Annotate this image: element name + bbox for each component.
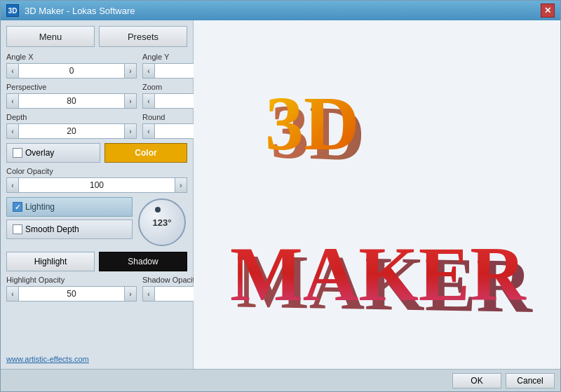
overlay-label: Overlay	[25, 148, 54, 158]
lighting-controls: ✓ Lighting Smooth Depth	[6, 197, 133, 239]
ok-button[interactable]: OK	[452, 373, 501, 388]
perspective-label: Perspective	[6, 83, 137, 91]
perspective-zoom-row: Perspective ‹ › Zoom ‹ ›	[6, 83, 187, 109]
right-arrow-icon5: ›	[129, 128, 131, 135]
3d-text-preview: 3D 3D MAKER MAKER	[209, 41, 546, 349]
checkmark-icon: ✓	[15, 203, 20, 211]
top-buttons: Menu Presets	[6, 26, 187, 47]
zoom-dec[interactable]: ‹	[142, 93, 155, 109]
left-arrow-icon3: ‹	[11, 97, 13, 105]
angle-x-input[interactable]	[19, 63, 124, 79]
cancel-button[interactable]: Cancel	[506, 373, 555, 388]
left-arrow-icon4: ‹	[147, 97, 149, 105]
depth-spinner: ‹ ›	[6, 123, 137, 139]
app-icon: 3D	[6, 4, 19, 17]
menu-button[interactable]: Menu	[6, 26, 95, 47]
highlight-opacity-spinner: ‹ ›	[6, 286, 137, 302]
highlight-button[interactable]: Highlight	[6, 252, 95, 271]
shadow-button[interactable]: Shadow	[99, 252, 187, 271]
left-arrow-icon2: ‹	[147, 67, 149, 75]
angle-x-section: Angle X ‹ ›	[6, 53, 137, 79]
left-arrow-icon: ‹	[11, 67, 13, 75]
title-bar: 3D 3D Maker - Lokas Software ✕	[1, 1, 560, 20]
perspective-spinner: ‹ ›	[6, 93, 137, 109]
color-opacity-label: Color Opacity	[6, 167, 187, 175]
perspective-inc[interactable]: ›	[124, 93, 137, 109]
perspective-section: Perspective ‹ ›	[6, 83, 137, 109]
left-arrow-icon6: ‹	[147, 128, 149, 135]
right-arrow-icon8: ›	[129, 290, 131, 298]
color-opacity-dec[interactable]: ‹	[6, 177, 19, 193]
depth-label: Depth	[6, 113, 137, 121]
depth-dec[interactable]: ‹	[6, 123, 19, 139]
overlay-button[interactable]: Overlay	[6, 143, 100, 163]
angle-x-spinner: ‹ ›	[6, 63, 137, 79]
depth-round-row: Depth ‹ › Round ‹ ›	[6, 113, 187, 139]
right-arrow-icon7: ›	[180, 182, 182, 189]
depth-section: Depth ‹ ›	[6, 113, 137, 139]
angle-row: Angle X ‹ › Angle Y ‹ ›	[6, 53, 187, 79]
highlight-opacity-label: Highlight Opacity	[6, 276, 137, 284]
bottom-bar: OK Cancel	[1, 369, 560, 391]
right-arrow-icon: ›	[129, 67, 131, 75]
smooth-depth-button[interactable]: Smooth Depth	[6, 219, 133, 239]
lighting-button[interactable]: ✓ Lighting	[6, 197, 133, 217]
angle-x-dec[interactable]: ‹	[6, 63, 19, 79]
color-opacity-section: Color Opacity ‹ ›	[6, 167, 187, 193]
close-icon: ✕	[544, 6, 551, 15]
color-opacity-input[interactable]	[19, 177, 175, 193]
svg-text:MAKER: MAKER	[230, 231, 527, 317]
title-text: 3D Maker - Lokas Software	[25, 6, 535, 16]
left-arrow-icon8: ‹	[11, 290, 13, 298]
dial-value: 123°	[153, 217, 172, 228]
smooth-depth-label: Smooth Depth	[25, 224, 79, 234]
shadow-opacity-dec[interactable]: ‹	[142, 286, 155, 302]
icon-text: 3D	[8, 7, 18, 15]
right-arrow-icon3: ›	[129, 97, 131, 105]
dial-container[interactable]: 123°	[137, 197, 187, 248]
highlight-opacity-inc[interactable]: ›	[124, 286, 137, 302]
highlight-shadow-row: Highlight Shadow	[6, 252, 187, 271]
main-window: 3D 3D Maker - Lokas Software ✕ Menu Pres…	[0, 0, 561, 392]
highlight-opacity-section: Highlight Opacity ‹ ›	[6, 276, 137, 302]
perspective-dec[interactable]: ‹	[6, 93, 19, 109]
color-opacity-inc[interactable]: ›	[175, 177, 187, 193]
lighting-dial[interactable]: 123°	[138, 198, 186, 246]
opacity-row: Highlight Opacity ‹ › Shadow Opacity ‹ ›	[6, 276, 187, 302]
overlay-checkbox[interactable]	[13, 148, 22, 158]
round-dec[interactable]: ‹	[142, 123, 155, 139]
lighting-checkbox[interactable]: ✓	[13, 202, 22, 212]
lighting-label: Lighting	[25, 202, 55, 212]
smooth-depth-checkbox[interactable]	[13, 224, 22, 234]
website-link[interactable]: www.artistic-effects.com	[6, 355, 187, 363]
lighting-row: ✓ Lighting Smooth Depth 123°	[6, 197, 187, 248]
presets-button[interactable]: Presets	[99, 26, 187, 47]
angle-x-label: Angle X	[6, 53, 137, 61]
perspective-input[interactable]	[19, 93, 124, 109]
svg-text:3D: 3D	[265, 81, 359, 166]
content-area: Menu Presets Angle X ‹ › Angle Y ‹	[1, 20, 560, 369]
left-arrow-icon7: ‹	[11, 182, 13, 189]
overlay-color-row: Overlay Color	[6, 143, 187, 163]
preview-panel: 3D 3D MAKER MAKER	[194, 20, 560, 369]
left-panel: Menu Presets Angle X ‹ › Angle Y ‹	[1, 20, 194, 369]
close-button[interactable]: ✕	[541, 4, 555, 18]
color-button[interactable]: Color	[104, 143, 187, 163]
angle-y-dec[interactable]: ‹	[142, 63, 155, 79]
left-arrow-icon5: ‹	[11, 128, 13, 135]
depth-inc[interactable]: ›	[124, 123, 137, 139]
dial-indicator	[155, 207, 161, 212]
depth-input[interactable]	[19, 123, 124, 139]
angle-x-inc[interactable]: ›	[124, 63, 137, 79]
left-arrow-icon9: ‹	[147, 290, 149, 298]
highlight-opacity-input[interactable]	[19, 286, 124, 302]
color-opacity-spinner: ‹ ›	[6, 177, 187, 193]
highlight-opacity-dec[interactable]: ‹	[6, 286, 19, 302]
preview-content: 3D 3D MAKER MAKER	[194, 20, 560, 369]
